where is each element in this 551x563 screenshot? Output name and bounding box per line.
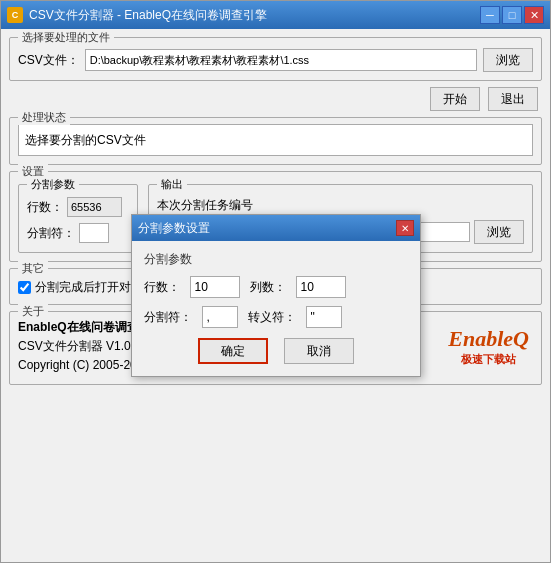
modal-overlay: 分割参数设置 ✕ 分割参数 行数： 列数： 分割符：	[1, 29, 550, 562]
window-title: CSV文件分割器 - EnableQ在线问卷调查引擎	[29, 7, 480, 24]
dialog-delim-escape-row: 分割符： 转义符：	[144, 306, 408, 328]
params-dialog: 分割参数设置 ✕ 分割参数 行数： 列数： 分割符：	[131, 214, 421, 377]
dialog-delim-input[interactable]	[202, 306, 238, 328]
dialog-close-button[interactable]: ✕	[396, 220, 414, 236]
dialog-titlebar: 分割参数设置 ✕	[132, 215, 420, 241]
titlebar: C CSV文件分割器 - EnableQ在线问卷调查引擎 ─ □ ✕	[1, 1, 550, 29]
main-window: C CSV文件分割器 - EnableQ在线问卷调查引擎 ─ □ ✕ 选择要处理…	[0, 0, 551, 563]
close-button[interactable]: ✕	[524, 6, 544, 24]
dialog-buttons: 确定 取消	[144, 338, 408, 364]
dialog-escape-label: 转义符：	[248, 309, 296, 326]
dialog-content: 分割参数 行数： 列数： 分割符： 转义符：	[132, 241, 420, 376]
dialog-rows-label: 行数：	[144, 279, 180, 296]
dialog-rows-input[interactable]	[190, 276, 240, 298]
main-content: 选择要处理的文件 CSV文件： 浏览 开始 退出 处理状态 选择要分割的CSV文…	[1, 29, 550, 562]
dialog-cols-input[interactable]	[296, 276, 346, 298]
dialog-title: 分割参数设置	[138, 220, 396, 237]
titlebar-buttons: ─ □ ✕	[480, 6, 544, 24]
maximize-button[interactable]: □	[502, 6, 522, 24]
dialog-rows-cols-row: 行数： 列数：	[144, 276, 408, 298]
dialog-group-title: 分割参数	[144, 251, 408, 268]
app-icon: C	[7, 7, 23, 23]
dialog-delim-label: 分割符：	[144, 309, 192, 326]
dialog-ok-button[interactable]: 确定	[198, 338, 268, 364]
dialog-escape-input[interactable]	[306, 306, 342, 328]
minimize-button[interactable]: ─	[480, 6, 500, 24]
dialog-cols-label: 列数：	[250, 279, 286, 296]
dialog-cancel-button[interactable]: 取消	[284, 338, 354, 364]
